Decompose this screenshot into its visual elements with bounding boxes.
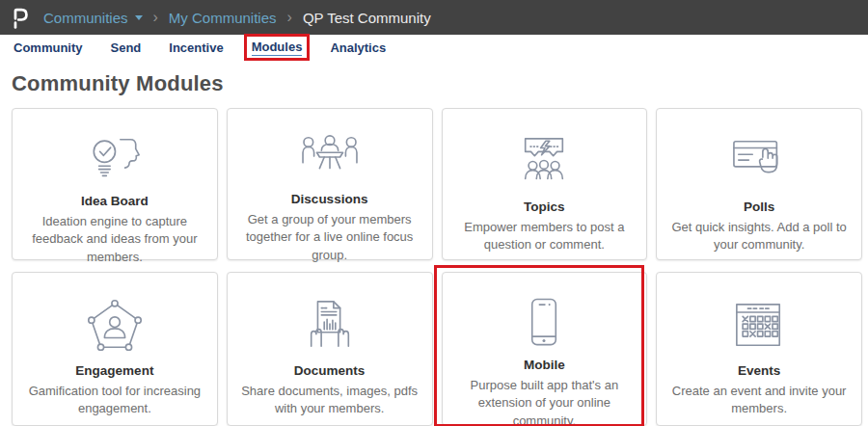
topics-icon	[513, 132, 575, 192]
module-card-engagement[interactable]: Engagement Gamification tool for increas…	[12, 272, 218, 426]
breadcrumb-my-communities[interactable]: My Communities	[169, 10, 277, 26]
module-description: Share documents, images, pdfs with your …	[241, 383, 419, 418]
idea-board-icon	[83, 132, 147, 186]
modules-grid: Idea Board Ideation engine to capture fe…	[12, 108, 862, 426]
module-description: Gamification tool for increasing engagem…	[26, 383, 203, 418]
module-card-discussions[interactable]: Discussions Get a group of your members …	[227, 108, 433, 260]
module-card-events[interactable]: Events Create an event and invite your m…	[656, 272, 862, 426]
module-card-idea-board[interactable]: Idea Board Ideation engine to capture fe…	[12, 108, 218, 260]
module-card-topics[interactable]: Topics Empower members to post a questio…	[442, 108, 648, 260]
breadcrumb-separator: ›	[287, 10, 292, 25]
tab-modules-label: Modules	[252, 40, 303, 54]
events-icon	[729, 296, 789, 356]
tab-analytics[interactable]: Analytics	[330, 40, 386, 55]
module-description: Purpose built app that's an extension of…	[456, 377, 634, 426]
documents-icon	[299, 296, 361, 356]
page-title: Community Modules	[12, 71, 868, 96]
module-title: Idea Board	[81, 194, 149, 208]
module-title: Polls	[744, 200, 774, 214]
tab-send[interactable]: Send	[111, 40, 142, 55]
module-description: Get quick insights. Add a poll to your c…	[670, 219, 848, 254]
questionpro-logo-icon[interactable]	[12, 6, 30, 30]
polls-icon	[728, 132, 790, 192]
caret-down-icon	[135, 15, 143, 20]
topbar: Communities › My Communities › QP Test C…	[0, 0, 868, 35]
module-card-polls[interactable]: Polls Get quick insights. Add a poll to …	[656, 108, 862, 260]
communities-menu-label: Communities	[43, 10, 128, 26]
module-description: Empower members to post a question or co…	[456, 219, 634, 254]
tab-modules[interactable]: Modules	[252, 40, 303, 56]
module-card-documents[interactable]: Documents Share documents, images, pdfs …	[227, 272, 433, 426]
engagement-icon	[85, 296, 145, 356]
discussions-icon	[299, 132, 361, 184]
module-title: Events	[738, 363, 780, 378]
module-card-mobile[interactable]: Mobile Purpose built app that's an exten…	[442, 272, 648, 426]
tab-incentive[interactable]: Incentive	[169, 40, 223, 55]
communities-menu[interactable]: Communities	[43, 10, 143, 26]
module-title: Engagement	[75, 363, 153, 378]
module-title: Discussions	[291, 192, 368, 206]
breadcrumb-current-community: QP Test Community	[303, 10, 431, 26]
community-subnav: Community Send Incentive Modules Analyti…	[0, 35, 868, 61]
module-description: Ideation engine to capture feedback and …	[26, 213, 203, 266]
mobile-icon	[528, 296, 560, 350]
module-title: Topics	[524, 200, 565, 214]
module-title: Mobile	[524, 358, 565, 372]
tab-community[interactable]: Community	[14, 40, 83, 55]
module-title: Documents	[294, 363, 366, 378]
breadcrumb-separator: ›	[153, 10, 158, 25]
module-description: Create an event and invite your members.	[670, 383, 848, 418]
module-description: Get a group of your members together for…	[241, 211, 419, 264]
